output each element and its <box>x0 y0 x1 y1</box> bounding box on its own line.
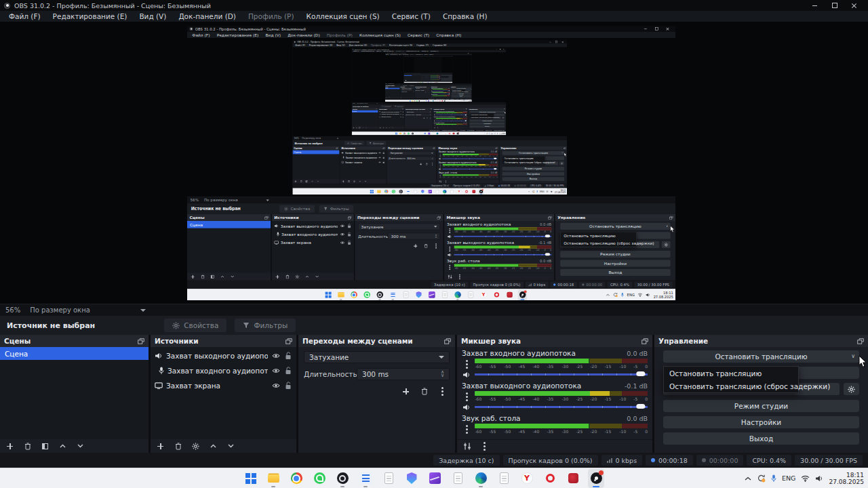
slider-handle[interactable] <box>636 371 645 376</box>
source-properties-button[interactable] <box>191 442 200 451</box>
stop-stream-button[interactable]: Остановить трансляцию ∨ <box>663 350 859 363</box>
menu-item-0[interactable]: Файл (F) <box>3 11 47 22</box>
taskbar-icon-whatsapp[interactable] <box>311 469 328 488</box>
add-source-button[interactable] <box>156 442 165 451</box>
menu-item-2[interactable]: Вид (V) <box>133 11 172 22</box>
notification-badge <box>458 132 459 133</box>
taskbar-icon-opera[interactable] <box>542 469 558 488</box>
properties-button[interactable]: Свойства <box>164 319 226 332</box>
transition-select[interactable]: Затухание <box>304 351 450 363</box>
taskbar-icon-vpn-app[interactable] <box>403 469 420 488</box>
transition-properties-button[interactable] <box>438 387 447 396</box>
popout-icon[interactable] <box>642 338 648 344</box>
sources-list: Захват выходного аудиопотока Захват вход… <box>412 75 420 81</box>
remove-scene-button[interactable] <box>23 442 32 451</box>
taskbar-icon-document-3[interactable] <box>496 469 512 488</box>
taskbar-icon-document-2[interactable] <box>450 469 466 488</box>
remove-source-button[interactable] <box>174 442 182 451</box>
spinner-arrows-icon[interactable]: ∧∨ <box>441 371 444 378</box>
exit-button[interactable]: Выход <box>663 432 859 445</box>
taskbar-icon-document-1[interactable] <box>380 469 397 488</box>
add-scene-button[interactable] <box>5 442 14 451</box>
move-scene-down-button[interactable] <box>76 442 85 451</box>
slider-handle[interactable] <box>636 404 645 409</box>
popout-icon[interactable] <box>138 338 144 344</box>
keyboard-language[interactable]: ENG <box>782 474 795 482</box>
eye-icon[interactable] <box>271 382 280 390</box>
menu-item-3[interactable]: Док-панели (D) <box>172 11 242 22</box>
taskbar-icon-edge[interactable] <box>473 469 489 488</box>
minimize-icon[interactable] <box>812 3 818 9</box>
eye-icon[interactable] <box>271 352 280 361</box>
kebab-menu-icon[interactable] <box>466 392 468 394</box>
studio-mode-button: Режим студии <box>560 251 671 258</box>
move-source-up-button[interactable] <box>209 442 218 451</box>
volume-slider[interactable] <box>475 370 648 378</box>
taskbar-icon-chrome[interactable] <box>288 469 304 488</box>
kebab-menu-icon[interactable] <box>480 442 489 451</box>
popout-icon[interactable] <box>444 338 451 344</box>
menu-item-1[interactable]: Редактирование (E) <box>47 11 134 22</box>
eye-icon[interactable] <box>271 367 280 375</box>
popout-icon[interactable] <box>857 338 864 344</box>
filters-button[interactable]: Фильтры <box>235 319 296 332</box>
studio-mode-button[interactable]: Режим студии <box>663 400 859 412</box>
mute-speaker-icon[interactable] <box>462 370 471 378</box>
menu-item-stop-stream[interactable]: Остановить трансляцию <box>664 367 798 380</box>
scene-filters-button[interactable] <box>41 442 50 451</box>
move-source-down-button[interactable] <box>226 442 235 451</box>
source-row[interactable]: Захват выходного аудиопотока <box>151 348 296 363</box>
taskbar-icon-obs-studio[interactable] <box>588 469 604 488</box>
volume-slider[interactable] <box>475 403 648 411</box>
taskbar-icon-red-app[interactable] <box>565 469 581 488</box>
virtual-camera-settings-button[interactable] <box>844 383 859 395</box>
volume-slider <box>454 234 551 239</box>
lock-icon[interactable] <box>283 382 292 390</box>
settings-button[interactable]: Настройки <box>663 416 859 428</box>
move-scene-up-button[interactable] <box>58 442 67 451</box>
maximize-icon[interactable] <box>831 3 837 9</box>
popout-icon[interactable] <box>285 338 292 344</box>
taskbar-icon-steam[interactable] <box>334 469 351 488</box>
taskbar-icon-notes-app[interactable] <box>357 469 374 488</box>
desktop: OBS 31.0.2 - Профиль: Безымянный - Сцены… <box>0 0 868 488</box>
taskbar-icon-file-explorer[interactable] <box>265 469 281 488</box>
menu-item-4[interactable]: Профиль (P) <box>242 11 300 22</box>
lock-icon[interactable] <box>283 367 292 375</box>
advanced-audio-icon[interactable] <box>462 442 471 451</box>
wifi-icon[interactable] <box>801 475 810 482</box>
meter-tick-label: 0 <box>550 267 551 270</box>
docks: Сцены Сцена Источники <box>352 108 507 129</box>
remove-transition-button[interactable] <box>420 387 429 396</box>
tray-mic-icon[interactable] <box>771 474 776 483</box>
kebab-menu-icon[interactable] <box>466 425 468 427</box>
menu-item-7[interactable]: Справка (H) <box>437 11 494 22</box>
menu-item-stop-stream-discard-delay[interactable]: Остановить трансляцию (сброс задержки) <box>664 380 798 392</box>
transitions-panel: Переходы между сценами Затухание Длитель… <box>420 75 429 81</box>
mute-speaker-icon[interactable] <box>462 403 471 411</box>
menu-item-5[interactable]: Коллекция сцен (S) <box>300 11 386 22</box>
add-transition-button[interactable] <box>401 387 410 396</box>
taskbar-icon-media-app[interactable] <box>427 469 443 488</box>
db-value: 0.0 dB <box>491 171 498 174</box>
volume-icon[interactable] <box>815 475 823 482</box>
kebab-menu-icon[interactable] <box>466 360 468 362</box>
source-row[interactable]: Захват входного аудиопотока <box>151 363 296 378</box>
duration-spinner[interactable]: 300 ms ∧∨ <box>357 368 450 380</box>
chevron-down-icon[interactable] <box>140 309 146 314</box>
clock[interactable]: 18:11 27.08.2025 <box>829 472 864 485</box>
taskbar-icon-yandex-browser[interactable]: Y <box>519 469 535 488</box>
zoom-mode-select[interactable]: По размеру окна <box>30 306 90 314</box>
taskbar-icon-windows-start[interactable] <box>242 469 258 488</box>
transitions-toolbar <box>389 163 435 165</box>
preview-area[interactable]: OBS 31.0.2 - Профиль: Безымянный - Сцены… <box>0 22 868 304</box>
chevron-down-icon[interactable]: ∨ <box>851 354 855 359</box>
scene-item-selected[interactable]: Сцена <box>0 347 149 360</box>
onedrive-sync-icon[interactable] <box>757 474 766 483</box>
record-inactive-icon <box>582 283 584 285</box>
tray-expand-icon[interactable] <box>745 476 751 481</box>
source-row[interactable]: Захват экрана <box>151 378 296 393</box>
menu-item-6[interactable]: Сервис (T) <box>386 11 437 22</box>
close-icon[interactable] <box>851 3 857 9</box>
lock-icon[interactable] <box>283 352 292 361</box>
